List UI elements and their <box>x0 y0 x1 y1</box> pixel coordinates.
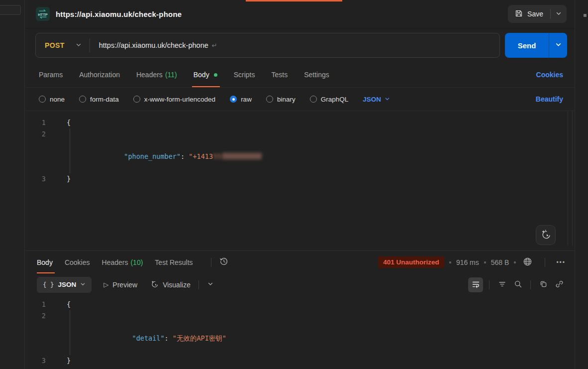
visualize-button[interactable]: Visualize <box>150 280 191 290</box>
filter-button[interactable] <box>495 278 508 291</box>
radio-selected-icon <box>230 96 237 103</box>
play-icon: ▷ <box>103 281 108 288</box>
radio-icon <box>39 96 46 103</box>
postbot-button[interactable] <box>536 225 556 245</box>
tab-body[interactable]: Body <box>194 62 217 87</box>
status-badge[interactable]: 401 Unauthorized <box>378 256 444 268</box>
save-options-button[interactable] <box>551 5 567 23</box>
save-icon <box>515 9 523 19</box>
body-mode-binary[interactable]: binary <box>266 96 295 103</box>
code-line: 2 "detail": "无效的API密钥" <box>25 310 575 355</box>
url-builder-row: POST https://api.xiaomu.uk/check-phone ↵… <box>25 28 575 62</box>
chevron-down-icon <box>556 10 562 18</box>
body-mode-raw[interactable]: raw <box>230 96 252 103</box>
divider <box>90 38 90 52</box>
request-body-editor[interactable]: 1 { 2 "phone_number": "+141355 3 } <box>25 111 575 250</box>
response-size[interactable]: 568 B <box>491 258 509 266</box>
request-title: https://api.xiaomu.uk/check-phone <box>56 10 182 18</box>
editor-scrollbar-track <box>568 111 568 246</box>
copy-icon <box>539 280 548 290</box>
sidebar-tab-stub[interactable] <box>0 5 21 15</box>
active-tab-indicator <box>246 0 342 1</box>
radio-icon <box>266 96 273 103</box>
redacted-phone-digits: 55 <box>213 152 221 160</box>
response-time[interactable]: 916 ms <box>456 258 479 266</box>
request-workspace: HTTP https://api.xiaomu.uk/check-phone S… <box>25 0 575 369</box>
tab-tests[interactable]: Tests <box>271 62 288 87</box>
sparkle-icon <box>150 280 159 290</box>
tab-settings[interactable]: Settings <box>304 62 329 87</box>
response-headers-count-badge: (10) <box>130 258 143 266</box>
url-input[interactable]: https://api.xiaomu.uk/check-phone ↵ <box>99 41 499 49</box>
collapse-panel-icon[interactable] <box>584 14 587 17</box>
radio-icon <box>133 96 140 103</box>
headers-count-badge: (11) <box>165 71 177 79</box>
divider <box>545 258 545 267</box>
chevron-down-icon <box>555 41 562 49</box>
wrap-text-button[interactable] <box>468 277 483 292</box>
line-number: 3 <box>25 355 54 367</box>
visualize-options-button[interactable] <box>204 278 217 291</box>
beautify-link[interactable]: Beautify <box>536 95 567 103</box>
separator-dot <box>449 261 451 263</box>
response-history-button[interactable] <box>217 256 230 269</box>
language-selector[interactable]: JSON <box>363 96 390 103</box>
code-line: 2 "phone_number": "+141355 <box>25 128 575 173</box>
send-button[interactable]: Send <box>505 33 549 58</box>
divider <box>489 280 490 289</box>
line-number: 3 <box>25 173 54 185</box>
tab-headers[interactable]: Headers (11) <box>136 62 177 87</box>
link-button[interactable] <box>553 278 566 291</box>
response-panel: Body Cookies Headers (10) Test Results <box>25 250 575 369</box>
save-button[interactable]: Save <box>508 5 550 23</box>
indent-guide <box>70 310 70 355</box>
body-mode-none[interactable]: none <box>39 96 65 103</box>
save-button-group: Save <box>508 5 567 23</box>
method-selector[interactable]: POST <box>36 33 82 57</box>
chevron-down-icon <box>80 281 86 288</box>
right-sidebar-rail[interactable] <box>575 0 588 369</box>
more-options-icon[interactable]: ••• <box>556 259 566 266</box>
editor-scrollbar[interactable] <box>572 111 573 246</box>
tab-authorization[interactable]: Authorization <box>79 62 120 87</box>
search-button[interactable] <box>511 278 524 291</box>
chevron-down-icon <box>207 281 213 288</box>
send-options-button[interactable] <box>549 33 567 58</box>
response-format-selector[interactable]: { } JSON <box>37 277 92 293</box>
response-tab-cookies[interactable]: Cookies <box>65 251 90 273</box>
response-tab-headers[interactable]: Headers (10) <box>102 251 143 273</box>
url-text: https://api.xiaomu.uk/check-phone <box>99 41 208 49</box>
response-body-editor[interactable]: 1 { 2 "detail": "无效的API密钥" 3 } <box>25 296 575 369</box>
network-info-button[interactable] <box>521 256 534 269</box>
url-container: POST https://api.xiaomu.uk/check-phone ↵ <box>35 33 500 58</box>
wrap-text-icon <box>472 280 480 290</box>
request-tabs: Params Authorization Headers (11) Body S… <box>25 62 575 88</box>
divider <box>211 258 211 267</box>
body-content-dot <box>214 73 217 77</box>
separator-dot <box>484 261 486 263</box>
search-icon <box>514 280 522 290</box>
divider <box>198 280 199 289</box>
code-line: 3 } <box>25 355 575 367</box>
body-mode-graphql[interactable]: GraphQL <box>310 96 349 103</box>
svg-text:HTTP: HTTP <box>38 12 48 17</box>
body-mode-row: none form-data x-www-form-urlencoded raw… <box>25 88 575 111</box>
response-tab-test-results[interactable]: Test Results <box>155 251 193 273</box>
code-line: 3 } <box>25 173 575 185</box>
body-mode-form-data[interactable]: form-data <box>79 96 119 103</box>
http-request-icon: HTTP <box>36 7 50 21</box>
left-sidebar-rail <box>0 0 25 369</box>
cookies-link[interactable]: Cookies <box>536 71 567 79</box>
tab-scripts[interactable]: Scripts <box>234 62 255 87</box>
postman-app: HTTP https://api.xiaomu.uk/check-phone S… <box>0 0 588 369</box>
method-label: POST <box>45 41 65 49</box>
tab-params[interactable]: Params <box>39 62 63 87</box>
link-icon <box>555 280 564 290</box>
braces-icon: { } <box>43 281 54 288</box>
preview-button[interactable]: ▷ Preview <box>103 281 137 289</box>
copy-button[interactable] <box>537 278 550 291</box>
response-toolbar-icons <box>468 277 566 292</box>
radio-icon <box>79 96 86 103</box>
body-mode-x-www-form-urlencoded[interactable]: x-www-form-urlencoded <box>133 96 215 103</box>
response-tab-body[interactable]: Body <box>37 251 53 273</box>
